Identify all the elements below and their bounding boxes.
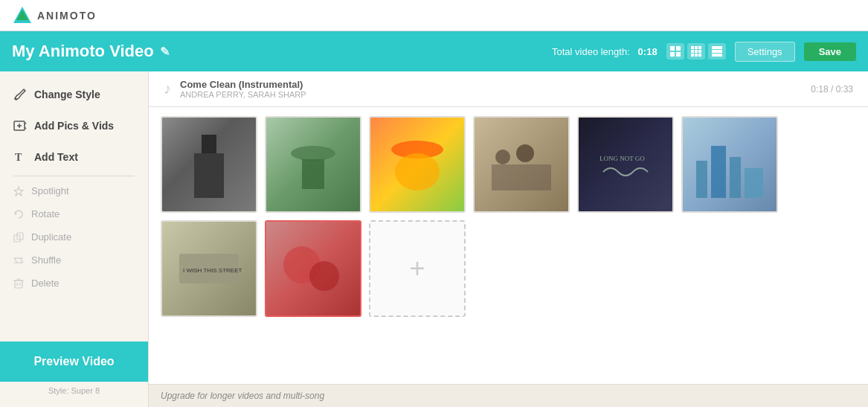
svg-rect-10 <box>695 50 698 53</box>
delete-icon <box>13 278 24 289</box>
bottom-bar: Upgrade for longer videos and multi-song <box>149 384 868 407</box>
photos-grid: LONG NOT GO <box>149 107 868 384</box>
logo-text: ANIMOTO <box>37 10 97 22</box>
svg-rect-4 <box>670 52 675 57</box>
grid-view-large-btn[interactable] <box>666 43 684 60</box>
sidebar: Change Style Add Pics & Vids T Add Text … <box>0 71 149 407</box>
music-bar: ♪ Come Clean (Instrumental) ANDREA PERRY… <box>149 71 868 107</box>
duplicate-icon <box>13 232 24 243</box>
photo-card-6[interactable] <box>681 116 778 213</box>
drink-silhouette <box>388 135 447 194</box>
svg-point-40 <box>291 146 335 161</box>
street-sign-silhouette: I WISH THIS STREET MG <box>176 246 242 291</box>
header-right: Total video length: 0:18 <box>552 42 856 62</box>
svg-point-55 <box>309 261 339 291</box>
svg-rect-15 <box>712 46 722 49</box>
photo-card-1[interactable] <box>161 116 257 213</box>
music-duration: 0:18 / 0:33 <box>811 84 853 94</box>
duplicate-button[interactable]: Duplicate <box>0 225 148 249</box>
animoto-logo-icon <box>12 5 33 26</box>
save-button[interactable]: Save <box>804 42 856 61</box>
photo-card-4[interactable] <box>473 116 570 213</box>
skyline-silhouette <box>692 131 767 198</box>
svg-rect-51 <box>745 168 763 198</box>
view-toggle <box>666 43 726 60</box>
people-silhouette <box>484 138 559 190</box>
add-icon: + <box>409 253 425 284</box>
svg-rect-3 <box>676 46 681 51</box>
photo-image-4 <box>475 118 568 211</box>
svg-rect-16 <box>712 50 722 53</box>
svg-rect-6 <box>691 46 694 49</box>
delete-button[interactable]: Delete <box>0 272 148 295</box>
building-silhouette <box>187 131 231 198</box>
svg-line-31 <box>14 258 17 263</box>
photo-card-2[interactable] <box>265 116 361 213</box>
svg-text:I WISH THIS STREET MG: I WISH THIS STREET MG <box>183 267 242 274</box>
svg-rect-11 <box>698 50 701 53</box>
text-icon: T <box>13 150 27 164</box>
svg-line-32 <box>20 258 23 263</box>
list-view-btn[interactable] <box>708 43 726 60</box>
grid-view-medium-btn[interactable] <box>687 43 705 60</box>
rotate-button[interactable]: Rotate <box>0 202 148 225</box>
photo-image-6 <box>683 118 777 211</box>
content-area: ♪ Come Clean (Instrumental) ANDREA PERRY… <box>149 71 868 407</box>
header-bar: My Animoto Video ✎ Total video length: 0… <box>0 31 868 71</box>
photo-card-8[interactable] <box>265 220 361 317</box>
top-nav: ANIMOTO <box>0 0 868 31</box>
svg-rect-14 <box>698 54 701 57</box>
svg-point-44 <box>495 150 510 164</box>
spotlight-icon <box>13 186 24 196</box>
preview-video-button[interactable]: Preview Video <box>0 342 148 382</box>
add-pics-vids-button[interactable]: Add Pics & Vids <box>0 110 148 141</box>
svg-rect-2 <box>670 46 675 51</box>
edit-title-icon[interactable]: ✎ <box>160 45 170 59</box>
shuffle-icon <box>13 255 24 266</box>
photo-image-3 <box>370 118 464 211</box>
change-style-button[interactable]: Change Style <box>0 79 148 110</box>
photo-image-1 <box>162 118 256 211</box>
svg-rect-17 <box>712 54 722 57</box>
svg-rect-33 <box>15 281 22 288</box>
svg-marker-25 <box>14 187 23 196</box>
video-title-text: My Animoto Video <box>12 42 154 61</box>
svg-rect-48 <box>696 161 707 198</box>
sidebar-divider <box>13 176 135 176</box>
svg-rect-8 <box>698 46 701 49</box>
photo-image-8 <box>266 222 360 315</box>
street-vendor-silhouette <box>283 131 343 198</box>
song-artist: ANDREA PERRY, SARAH SHARP <box>180 90 802 99</box>
settings-button[interactable]: Settings <box>735 42 795 62</box>
red-texture-silhouette <box>280 235 347 302</box>
svg-rect-12 <box>691 54 694 57</box>
svg-rect-39 <box>194 153 224 198</box>
music-info: Come Clean (Instrumental) ANDREA PERRY, … <box>180 79 802 99</box>
song-title: Come Clean (Instrumental) <box>180 79 802 90</box>
svg-point-45 <box>516 144 534 162</box>
photo-card-5[interactable]: LONG NOT GO <box>577 116 674 213</box>
brush-icon <box>13 88 27 101</box>
svg-rect-41 <box>302 159 324 189</box>
svg-text:T: T <box>15 152 22 163</box>
svg-rect-7 <box>695 46 698 49</box>
svg-rect-50 <box>730 157 741 198</box>
spotlight-button[interactable]: Spotlight <box>0 179 148 202</box>
photo-image-2 <box>266 118 360 211</box>
photo-card-7[interactable]: I WISH THIS STREET MG <box>161 220 257 317</box>
photo-image-5: LONG NOT GO <box>579 118 672 211</box>
svg-rect-9 <box>691 50 694 53</box>
photo-image-7: I WISH THIS STREET MG <box>162 222 256 315</box>
add-media-icon <box>13 119 27 132</box>
svg-rect-13 <box>695 54 698 57</box>
graffiti-silhouette: LONG NOT GO <box>596 135 655 194</box>
shuffle-button[interactable]: Shuffle <box>0 249 148 272</box>
svg-rect-5 <box>676 52 681 57</box>
add-media-card[interactable]: + <box>369 220 466 317</box>
photo-card-3[interactable] <box>369 116 466 213</box>
svg-text:LONG NOT GO: LONG NOT GO <box>599 155 645 162</box>
svg-rect-46 <box>492 164 551 190</box>
music-note-icon: ♪ <box>164 80 171 97</box>
add-text-button[interactable]: T Add Text <box>0 141 148 173</box>
style-label: Style: Super 8 <box>0 382 148 400</box>
